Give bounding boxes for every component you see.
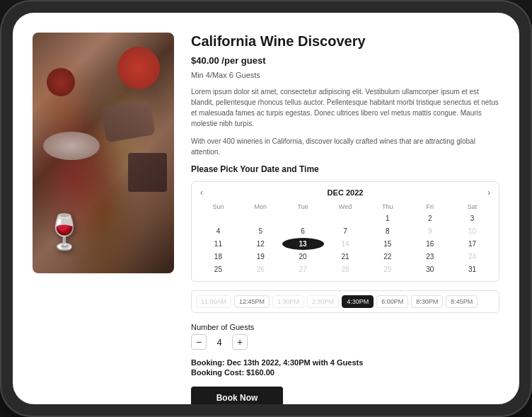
guest-counter: − 4 + xyxy=(191,334,499,350)
cal-day-25[interactable]: 25 xyxy=(197,263,239,275)
cal-day-22[interactable]: 22 xyxy=(366,251,408,263)
calendar-header: ‹ DEC 2022 › xyxy=(197,188,493,198)
cal-day-20[interactable]: 20 xyxy=(282,251,324,263)
booking-summary-text: Booking: Dec 13th 2022, 4:30PM with 4 Gu… xyxy=(191,358,363,367)
time-slot-430pm[interactable]: 4:30PM xyxy=(342,295,374,308)
cal-day-12[interactable]: 12 xyxy=(240,238,282,250)
tour-guests-label: Min 4/Max 6 Guests xyxy=(191,71,499,79)
cal-day-15[interactable]: 15 xyxy=(366,238,408,250)
calendar: ‹ DEC 2022 › Sun Mon Tue Wed Thu Fri Sat xyxy=(191,181,499,282)
tour-price: $40.00 /per guest xyxy=(191,55,499,66)
day-header-mon: Mon xyxy=(240,202,282,212)
food-decoration-3 xyxy=(100,99,156,142)
tablet-frame: California Wine Discovery $40.00 /per gu… xyxy=(0,0,532,417)
tour-title: California Wine Discovery xyxy=(191,33,499,50)
time-slot-845pm[interactable]: 8:45PM xyxy=(446,295,478,308)
day-header-sat: Sat xyxy=(451,202,493,212)
cal-day-11[interactable]: 11 xyxy=(197,238,239,250)
cal-day-5[interactable]: 5 xyxy=(240,225,282,237)
cal-day-14: 14 xyxy=(325,238,366,250)
cal-day-19[interactable]: 19 xyxy=(240,251,282,263)
day-header-thu: Thu xyxy=(366,202,408,212)
tour-description-1: Lorem ipsum dolor sit amet, consectetur … xyxy=(191,86,499,129)
cal-day-9: 9 xyxy=(409,225,451,237)
cal-day-27: 27 xyxy=(282,263,324,275)
cal-day-13[interactable]: 13 xyxy=(282,238,324,250)
cal-day-3[interactable]: 3 xyxy=(451,212,493,224)
cal-day-16[interactable]: 16 xyxy=(409,238,451,250)
cal-day-8[interactable]: 8 xyxy=(366,225,408,237)
cal-day-empty xyxy=(197,212,239,224)
time-slot-600pm[interactable]: 6:00PM xyxy=(376,295,408,308)
cal-day-empty xyxy=(240,212,282,224)
time-slot-130pm: 1:30PM xyxy=(272,295,304,308)
day-header-sun: Sun xyxy=(197,202,239,212)
cal-day-31[interactable]: 31 xyxy=(451,263,493,275)
guests-section: Number of Guests − 4 + xyxy=(191,323,499,350)
booking-info: Booking: Dec 13th 2022, 4:30PM with 4 Gu… xyxy=(191,358,499,378)
content-wrapper: California Wine Discovery $40.00 /per gu… xyxy=(13,13,519,404)
food-decoration-4 xyxy=(43,132,100,160)
cal-day-24: 24 xyxy=(451,251,493,263)
cal-day-2[interactable]: 2 xyxy=(409,212,451,224)
booking-cost-text: Booking Cost: $160.00 xyxy=(191,368,274,377)
booking-summary: Booking: Dec 13th 2022, 4:30PM with 4 Gu… xyxy=(191,358,499,367)
tablet-screen: California Wine Discovery $40.00 /per gu… xyxy=(13,13,519,404)
cal-day-6[interactable]: 6 xyxy=(282,225,324,237)
cal-day-29: 29 xyxy=(366,263,408,275)
cal-day-7[interactable]: 7 xyxy=(325,225,366,237)
cal-day-17[interactable]: 17 xyxy=(451,238,493,250)
date-section-label: Please Pick Your Date and Time xyxy=(191,164,499,174)
increment-guests-button[interactable]: + xyxy=(232,334,248,350)
product-image xyxy=(33,33,174,273)
cal-day-10: 10 xyxy=(451,225,493,237)
guests-value: 4 xyxy=(214,337,225,348)
calendar-prev-button[interactable]: ‹ xyxy=(197,188,206,198)
calendar-next-button[interactable]: › xyxy=(485,188,493,198)
tour-description-2: With over 400 wineries in California, di… xyxy=(191,136,499,157)
right-panel: California Wine Discovery $40.00 /per gu… xyxy=(191,33,499,390)
cal-day-18[interactable]: 18 xyxy=(197,251,239,263)
cal-day-23[interactable]: 23 xyxy=(409,251,451,263)
food-decoration-5 xyxy=(128,153,167,192)
cal-day-28: 28 xyxy=(325,263,366,275)
decrement-guests-button[interactable]: − xyxy=(191,334,207,350)
day-header-fri: Fri xyxy=(409,202,451,212)
day-header-wed: Wed xyxy=(325,202,366,212)
cal-day-4[interactable]: 4 xyxy=(197,225,239,237)
time-slot-1100am: 11:00AM xyxy=(196,295,231,308)
cal-day-30[interactable]: 30 xyxy=(409,263,451,275)
cal-day-empty xyxy=(325,212,366,224)
day-header-tue: Tue xyxy=(282,202,324,212)
cal-day-1[interactable]: 1 xyxy=(366,212,408,224)
left-panel xyxy=(33,33,174,390)
time-slot-830pm[interactable]: 8:30PM xyxy=(411,295,443,308)
guests-section-label: Number of Guests xyxy=(191,323,499,331)
cal-day-empty xyxy=(282,212,324,224)
time-slot-230pm: 2:30PM xyxy=(307,295,339,308)
food-decoration-2 xyxy=(47,68,75,96)
calendar-grid: Sun Mon Tue Wed Thu Fri Sat 1 2 xyxy=(197,202,493,275)
cal-day-21[interactable]: 21 xyxy=(325,251,366,263)
calendar-month: DEC 2022 xyxy=(328,188,364,197)
booking-cost: Booking Cost: $160.00 xyxy=(191,368,499,377)
time-slot-1245pm[interactable]: 12:45PM xyxy=(234,295,270,308)
food-decoration-1 xyxy=(117,47,160,89)
book-now-button[interactable]: Book Now xyxy=(191,387,283,404)
cal-day-26: 26 xyxy=(240,263,282,275)
time-slots-container: 11:00AM 12:45PM 1:30PM 2:30PM 4:30PM 6:0… xyxy=(191,290,499,313)
